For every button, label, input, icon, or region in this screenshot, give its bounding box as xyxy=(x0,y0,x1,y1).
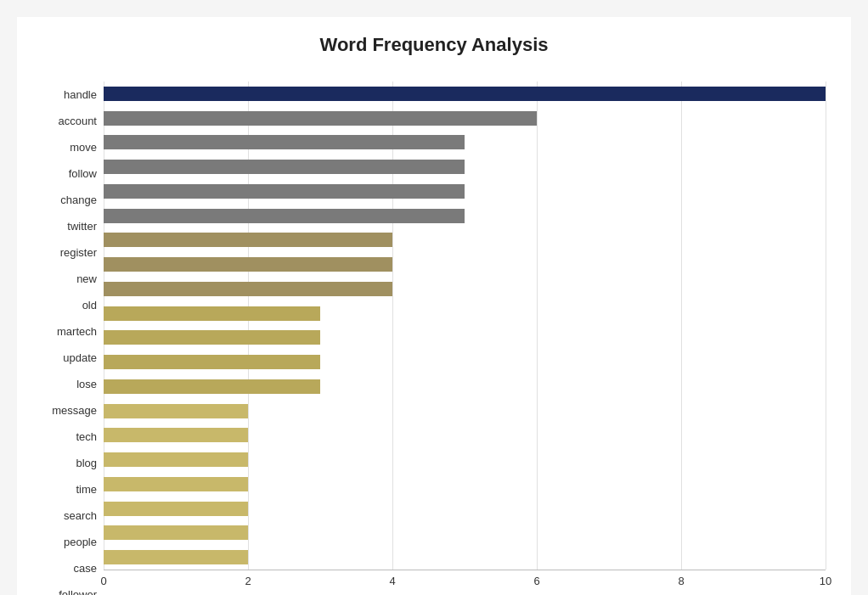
bar-blog xyxy=(104,428,248,442)
bar-row-blog xyxy=(104,426,826,445)
x-axis: 0246810 xyxy=(104,570,826,591)
bar-row-handle xyxy=(104,84,826,103)
bar-row-new xyxy=(104,255,826,274)
y-label-new: new xyxy=(76,273,97,284)
bar-row-twitter xyxy=(104,206,826,225)
bar-update xyxy=(104,330,320,345)
y-label-old: old xyxy=(82,300,97,311)
bar-message xyxy=(104,379,320,394)
y-label-register: register xyxy=(60,247,97,258)
bar-row-message xyxy=(104,377,826,396)
y-label-search: search xyxy=(64,510,97,521)
y-label-update: update xyxy=(63,352,97,363)
bar-row-case xyxy=(104,524,826,542)
bar-row-follow xyxy=(104,158,826,177)
x-tick-2: 2 xyxy=(245,575,251,587)
y-label-account: account xyxy=(58,115,97,126)
bar-row-time xyxy=(104,451,826,469)
bar-row-register xyxy=(104,231,826,250)
y-label-follow: follow xyxy=(69,168,97,179)
y-label-handle: handle xyxy=(64,89,97,100)
bar-follower xyxy=(104,550,248,564)
y-label-martech: martech xyxy=(57,326,97,337)
bar-row-old xyxy=(104,279,826,298)
bar-handle xyxy=(104,87,826,101)
y-label-tech: tech xyxy=(76,431,97,442)
bar-register xyxy=(104,233,392,247)
y-label-time: time xyxy=(76,484,97,495)
bar-row-martech xyxy=(104,304,826,323)
x-tick-0: 0 xyxy=(100,575,106,587)
x-tick-6: 6 xyxy=(533,575,539,587)
bar-row-account xyxy=(104,109,826,127)
y-label-people: people xyxy=(64,536,97,547)
grid-line-10 xyxy=(826,81,826,570)
y-label-message: message xyxy=(52,405,97,416)
bar-martech xyxy=(104,306,320,321)
x-tick-8: 8 xyxy=(678,575,684,587)
y-label-change: change xyxy=(60,194,97,205)
y-label-twitter: twitter xyxy=(67,221,97,232)
bar-twitter xyxy=(104,209,465,223)
bar-account xyxy=(104,111,537,126)
y-label-lose: lose xyxy=(76,379,97,390)
bar-time xyxy=(104,452,248,467)
bar-row-update xyxy=(104,328,826,347)
bar-row-tech xyxy=(104,401,826,420)
bars-grid-area xyxy=(104,81,826,570)
bar-row-move xyxy=(104,133,826,152)
bar-case xyxy=(104,525,248,540)
bar-row-search xyxy=(104,474,826,493)
x-tick-10: 10 xyxy=(820,575,831,587)
bar-row-follower xyxy=(104,548,826,567)
y-label-case: case xyxy=(74,563,97,574)
x-tick-4: 4 xyxy=(389,575,395,587)
bars-area xyxy=(104,81,826,570)
bar-row-people xyxy=(104,499,826,518)
bar-old xyxy=(104,282,392,296)
y-label-move: move xyxy=(70,142,97,153)
chart-title: Word Frequency Analysis xyxy=(42,34,826,56)
y-label-blog: blog xyxy=(76,457,97,469)
bar-change xyxy=(104,184,465,199)
bar-row-change xyxy=(104,182,826,200)
bar-row-lose xyxy=(104,353,826,372)
bar-people xyxy=(104,502,248,516)
bar-follow xyxy=(104,160,465,174)
bar-new xyxy=(104,257,392,272)
bar-lose xyxy=(104,355,320,369)
chart-container: Word Frequency Analysis handleaccountmov… xyxy=(17,17,851,595)
y-axis-labels: handleaccountmovefollowchangetwitterregi… xyxy=(42,81,104,595)
bar-search xyxy=(104,477,248,491)
y-label-follower: follower xyxy=(59,589,97,595)
bar-tech xyxy=(104,404,248,418)
bar-move xyxy=(104,135,465,149)
